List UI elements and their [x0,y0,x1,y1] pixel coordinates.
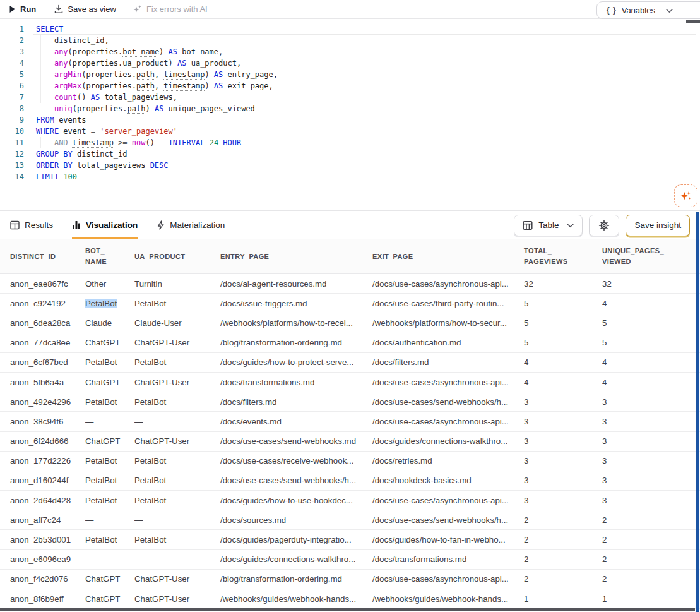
table-cell: /docs/use-cases/asynchronous-api... [372,417,524,426]
table-cell: 3 [602,496,697,505]
table-cell: ChatGPT [85,378,134,387]
table-row[interactable]: anon_f4c2d076ChatGPTChatGPT-User/blog/tr… [0,570,700,589]
table-cell: 4 [602,357,697,367]
table-row[interactable]: anon_d160244fPetalBotPetalBot/docs/use-c… [0,471,700,491]
table-cell: 5 [524,318,602,328]
table-cell: ChatGPT [85,436,134,446]
table-cell: /blog/transformation-ordering.md [220,338,372,347]
table-cell: PetalBot [134,299,220,308]
table-row[interactable]: anon_38c94f6——/docs/events.md/docs/use-c… [0,412,700,431]
table-cell: PetalBot [85,476,134,485]
code-line[interactable]: 5 argMin(properties.path, timestamp) AS … [0,69,700,80]
line-number: 13 [0,160,24,171]
table-row[interactable]: anon_eae867fcOtherTurnitin/docs/ai-agent… [0,274,700,294]
variables-button[interactable]: { } Variables [596,1,700,19]
table-cell: /docs/guides/how-to-use-hookdec... [220,496,372,505]
table-cell: 2 [524,555,602,564]
table-cell: — [85,515,134,525]
table-cell: ChatGPT-User [134,378,220,387]
table-row[interactable]: anon_6f24d666ChatGPTChatGPT-User/docs/us… [0,432,700,452]
table-cell: PetalBot [134,496,220,505]
code-line[interactable]: 2 distinct_id, [0,35,700,46]
column-header[interactable]: BOT_ NAME [85,246,134,267]
table-row[interactable]: anon_177d2226PetalBotPetalBot/docs/use-c… [0,452,700,471]
table-row[interactable]: anon_77dca8eeChatGPTChatGPT-User/blog/tr… [0,333,700,353]
code-line[interactable]: 12GROUP BY distinct_id [0,148,700,160]
sql-code-editor[interactable]: 1SELECT2 distinct_id,3 any(properties.bo… [0,20,700,210]
bar-chart-icon [72,220,81,229]
table-cell: anon_177d2226 [10,456,85,465]
column-header[interactable]: ENTRY_PAGE [220,251,372,262]
code-line[interactable]: 6 argMax(properties.path, timestamp) AS … [0,80,700,92]
table-cell: ChatGPT-User [134,338,220,347]
selected-cell-text: PetalBot [85,299,117,308]
tab-results[interactable]: Results [10,211,53,239]
table-cell: /webhooks/guides/webhook-hands... [220,594,372,604]
editor-scrollbar[interactable] [686,20,700,23]
table-row[interactable]: anon_e6096ea9——/docs/guides/connections-… [0,550,700,570]
table-row[interactable]: anon_2b53d001PetalBotPetalBot/docs/guide… [0,530,700,549]
table-row[interactable]: anon_492e4296PetalBotPetalBot/docs/filte… [0,392,700,412]
column-header[interactable]: DISTINCT_ID [10,251,85,262]
horizontal-scrollbar[interactable] [0,608,695,611]
code-line[interactable]: 4 any(properties.ua_product) AS ua_produ… [0,57,700,69]
table-cell: 2 [524,515,602,525]
ai-assistant-button[interactable] [674,184,697,207]
table-header: DISTINCT_IDBOT_ NAMEUA_PRODUCTENTRY_PAGE… [0,239,700,274]
column-header[interactable]: EXIT_PAGE [372,251,524,262]
vertical-scrollbar[interactable] [696,212,699,612]
table-cell: /webhooks/platforms/how-to-secur... [372,318,524,328]
column-header[interactable]: UA_PRODUCT [134,251,220,262]
table-row[interactable]: anon_aff7c24——/docs/sources.md/docs/use-… [0,510,700,530]
table-cell: 1 [524,594,602,604]
table-cell: 2 [602,535,697,544]
table-cell: 3 [524,456,602,465]
column-header[interactable]: TOTAL_ PAGEVIEWS [524,246,602,267]
table-grid-icon [10,220,20,230]
table-row[interactable]: anon_8f6b9effChatGPTChatGPT-User/webhook… [0,589,700,609]
save-as-view-button[interactable]: Save as view [54,4,116,14]
code-line[interactable]: 10WHERE event = 'server_pageview' [0,126,700,137]
table-row[interactable]: anon_6cf67bedPetalBotPetalBot/docs/guide… [0,353,700,373]
table-cell: PetalBot [85,456,134,465]
sparkle-icon [133,4,142,14]
tab-visualization[interactable]: Visualization [72,211,138,239]
code-line[interactable]: 11 AND timestamp >= now() - INTERVAL 24 … [0,137,700,148]
column-header[interactable]: UNIQUE_PAGES_ VIEWED [602,246,697,267]
table-row[interactable]: anon_c924192PetalBotPetalBot/docs/issue-… [0,294,700,313]
table-cell: — [134,417,220,426]
table-cell: /docs/transformations.md [220,378,372,387]
ai-sparkle-icon [679,189,692,203]
line-number: 5 [0,69,24,80]
table-cell: — [134,515,220,525]
table-cell: anon_aff7c24 [10,515,85,525]
table-row[interactable]: anon_2d64d428PetalBotPetalBot/docs/guide… [0,491,700,510]
table-cell: 5 [524,338,602,347]
code-line[interactable]: 3 any(properties.bot_name) AS bot_name, [0,46,700,57]
table-cell: 3 [524,397,602,407]
save-insight-button[interactable]: Save insight [626,215,690,236]
settings-button[interactable] [589,215,619,236]
code-line[interactable]: 1SELECT [0,23,700,35]
code-line[interactable]: 13ORDER BY total_pageviews DESC [0,160,700,171]
toolbar-divider [45,4,45,14]
table-cell: — [85,417,134,426]
tab-materialization[interactable]: Materialization [157,211,225,239]
code-line[interactable]: 9FROM events [0,114,700,126]
table-cell: anon_77dca8ee [10,338,85,347]
fix-errors-button[interactable]: Fix errors with AI [133,4,208,14]
view-type-label: Table [538,220,559,230]
table-cell: anon_e6096ea9 [10,555,85,564]
table-cell: anon_6dea28ca [10,318,85,328]
code-line[interactable]: 8 uniq(properties.path) AS unique_pages_… [0,103,700,114]
table-row[interactable]: anon_5fb6a4aChatGPTChatGPT-User/docs/tra… [0,373,700,392]
code-line[interactable]: 14LIMIT 100 [0,171,700,183]
line-number: 8 [0,103,24,114]
code-line[interactable]: 7 count() AS total_pageviews, [0,92,700,103]
table-cell: anon_492e4296 [10,397,85,407]
line-number: 1 [0,23,24,35]
table-cell: Claude [85,318,134,328]
view-type-select[interactable]: Table [514,215,583,236]
run-button[interactable]: Run [9,4,36,14]
table-row[interactable]: anon_6dea28caClaudeClaude-User/webhooks/… [0,313,700,333]
